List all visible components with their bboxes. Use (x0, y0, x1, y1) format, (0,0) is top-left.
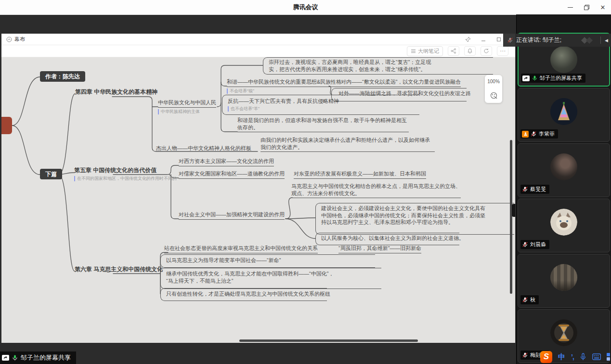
node-people[interactable]: 中华民族文化与中国人民 中华民族精神的主体 (158, 99, 216, 114)
node-fankang-note: 也不会培养“羊” (228, 106, 339, 112)
tencent-meeting-logo-icon (581, 37, 598, 44)
node-chapter6[interactable]: 第六章 马克思主义和中国传统文化 (75, 266, 163, 274)
zoom-level-label: 100% (487, 79, 500, 84)
participant-name-tag: 邹子兰的屏幕共享 (521, 74, 585, 83)
mubu-logo-icon (6, 37, 12, 42)
tree-avatar-image (550, 98, 577, 125)
screen-share-banner: 邹子兰的屏幕共享 (0, 351, 76, 364)
restore-button[interactable] (583, 4, 590, 11)
ime-language-toggle[interactable]: 中 (558, 352, 565, 362)
avatar (550, 98, 577, 125)
participant-name-tag: 刘晨淼 (520, 240, 549, 249)
bell-icon (467, 48, 473, 54)
tencent-meeting-window: 腾讯会议 ✕ 幕布 大纲笔记 (0, 0, 611, 364)
hourglass-avatar-image (550, 319, 577, 346)
participant-name: 邹子兰的屏幕共享 (540, 75, 582, 82)
mubu-tab[interactable]: 幕布 (1, 34, 30, 45)
avatar (550, 264, 577, 291)
speaking-label: 正在讲话: 邹子兰; (516, 36, 561, 44)
collaborate-button[interactable] (448, 46, 459, 56)
mic-on-icon (532, 75, 538, 81)
participant-tile[interactable]: 李紫菲 (518, 88, 610, 142)
share-nodes-icon (451, 48, 456, 54)
node-jianshe[interactable]: 建设社会主义，必须建设社会主义文化，要使中国的社会主义文化具有中国特色，必须继承… (321, 205, 489, 226)
active-speaker-overlay: 正在讲话: 邹子兰; ◀ (503, 34, 611, 47)
notifications-button[interactable] (464, 46, 476, 56)
participant-name: 秋 (530, 296, 535, 303)
root-node-stub[interactable] (1, 117, 12, 134)
participant-tile[interactable]: 秋 (518, 254, 610, 308)
node-part-lower[interactable]: 下篇 (40, 169, 62, 179)
node-chapter4[interactable]: 第四章 中华民族文化的基本精神 (75, 88, 157, 96)
collapse-sidebar-arrow-icon[interactable]: ◀ (604, 38, 609, 43)
node-xinming[interactable]: 以马克思主义为指导才能变革中国社会——“新命” (166, 257, 281, 264)
close-button[interactable]: ✕ (599, 4, 606, 11)
share-banner-label: 邹子兰的屏幕共享 (21, 353, 71, 362)
outline-notes-button[interactable]: 大纲笔记 (407, 46, 443, 56)
node-people-note: 中华民族精神的主体 (158, 109, 216, 114)
window-maximize-icon[interactable] (496, 37, 502, 42)
participant-name-tag: 蔡旻旻 (520, 185, 549, 194)
horizontal-scrollbar[interactable] (239, 339, 418, 342)
host-icon (522, 131, 529, 138)
outline-list-icon (411, 49, 416, 54)
node-author[interactable]: 作者：陈先达 (40, 71, 85, 82)
mic-muted-icon (522, 297, 528, 303)
node-zhongguohua[interactable]: 继承中国传统优秀文化，马克思主义才能在中国取得胜利——“中国化”，“马上得天下，… (166, 270, 338, 284)
os-titlebar: 腾讯会议 ✕ (0, 0, 611, 15)
ime-punctuation-toggle[interactable]: ’, (571, 353, 574, 361)
node-fankang[interactable]: 反抗——天下兴亡匹夫有责，具有反抗侵略精神 也不会培养“羊” (228, 98, 339, 112)
node-chuangzao[interactable]: 只有创造性转化，才是正确处理马克思主义与中国传统文化关系的枢纽 (166, 290, 330, 298)
mubu-tabbar: 幕布 (1, 34, 515, 45)
close-icon: ✕ (600, 4, 606, 11)
ime-keyboard-icon[interactable] (592, 353, 601, 360)
ime-tray: S 中 ’, (540, 351, 611, 363)
node-daode[interactable]: 以人民服务为核心、以集体社会主义为原则的社会主义道德。 (321, 235, 464, 242)
node-chapter5[interactable]: 第五章 中国传统文化的当代价值 在不同的国家和地区，中国传统文化的作用时不同的 (74, 167, 177, 181)
sync-button[interactable] (481, 46, 492, 56)
overlay-divider (600, 37, 601, 44)
node-xifang[interactable]: 对西方资本主义国家——文化交流的作用 (179, 158, 274, 166)
more-button[interactable]: ⋯ (497, 46, 508, 56)
sidebar-collapse-handle[interactable] (512, 204, 515, 217)
node-duiwai[interactable]: 对外——海陆丝绸之路，寻求贸易和文化交往的友谊之路 (338, 90, 471, 97)
os-window-controls: ✕ (567, 0, 606, 14)
participant-tile[interactable]: 刘晨淼 (518, 199, 610, 252)
avatar (550, 209, 577, 236)
ime-toolbox-icon[interactable] (607, 353, 611, 361)
shared-screen-mubu-window: 幕布 大纲笔记 ⋯ (1, 34, 515, 342)
cat-avatar-image (550, 209, 577, 236)
node-shehui[interactable]: 对社会主义中国——加强精神文明建设的作用 (179, 211, 285, 220)
node-shenshi[interactable]: 站在社会形态更替的高度来审视马克思主义和中国传统文化的关系 (164, 245, 318, 253)
theme-palette-icon[interactable] (490, 92, 497, 99)
avatar (550, 319, 577, 346)
node-hexie-note: 不会培养“狼” (227, 88, 341, 94)
minimize-button[interactable] (567, 4, 573, 11)
node-zhou[interactable]: “周虽旧邦，其命维新”——旧邦新命 (338, 245, 421, 253)
screen-share-icon (522, 75, 530, 81)
participant-tile[interactable]: 蔡旻旻 (518, 143, 610, 197)
outline-notes-label: 大纲笔记 (418, 48, 439, 55)
screen-share-icon (2, 355, 9, 361)
node-hexie2[interactable]: 和谐是我们的目的，但追求和谐与发扬自强不息，敢于斗争的精神是相互依存的。 (237, 117, 409, 132)
mic-muted-icon (522, 352, 528, 358)
node-yichan[interactable]: 由我们的时代和实践来决定继承什么遗产和拒绝什么遗产，以及如何继承我们的文化遗产。 (260, 137, 435, 152)
mubu-window-controls (465, 34, 502, 45)
sogou-ime-icon[interactable]: S (540, 351, 552, 363)
node-dongya[interactable]: 对东亚的经济发展有积极意义——如新加坡、日本和韩国 (294, 170, 426, 179)
mic-muted-icon (507, 37, 513, 43)
node-rujia[interactable]: 对儒家文化圈国家和地区——道德教化的作用 (179, 170, 285, 179)
mic-muted-icon (522, 186, 528, 192)
window-minimize-icon[interactable] (481, 37, 486, 42)
vertical-scrollbar[interactable] (510, 140, 512, 294)
zoom-panel: 100% (485, 75, 502, 103)
node-hexie[interactable]: 和谐——中华民族传统文化的重要思想&民族性格 不会培养“狼” (227, 78, 341, 94)
node-makesi[interactable]: 马克思主义与中国传统文化相结合的根本之点，是用马克思主义的立场、观点、方法来分析… (291, 183, 461, 198)
node-jiechu[interactable]: 杰出人物——中华文化精神人格化的样板 (156, 145, 251, 152)
ime-voice-icon[interactable] (580, 353, 586, 361)
node-fugu[interactable]: 崇拜过去，蔑视现实，言必夏商周，唯经典是从，谓之“复古”；立足现实，把古代优秀的… (269, 59, 440, 73)
mic-muted-icon (531, 131, 537, 137)
node-duinei[interactable]: 对内——“敷文化以柔远”，以文化力量促进民族融合 (341, 78, 461, 87)
mindmap-canvas[interactable]: 作者：陈先达 下篇 第四章 中华民族文化的基本精神 中华民族文化与中国人民 中华… (1, 57, 515, 343)
pin-icon[interactable] (465, 37, 471, 42)
